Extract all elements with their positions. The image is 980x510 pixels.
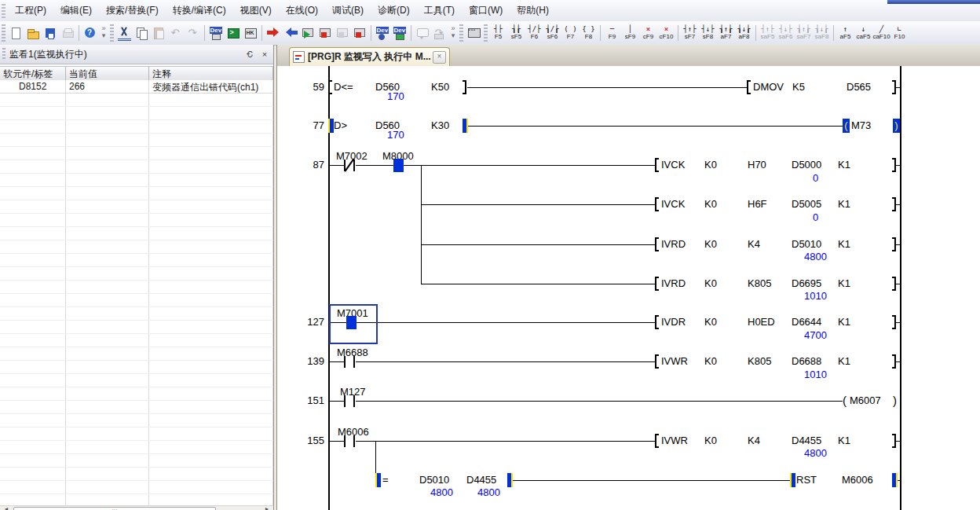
watch-panel-titlebar[interactable]: 监看1(监视执行中) Ꞓ ×	[0, 45, 273, 64]
watch-empty-row[interactable]	[0, 134, 273, 147]
falling-pulse-button[interactable]: ┤↓├sF8	[699, 23, 717, 43]
instruction-text[interactable]: IVRD	[661, 238, 686, 250]
instruction-text[interactable]: H0ED	[748, 316, 775, 328]
contact-bar[interactable]	[344, 435, 346, 447]
watch-empty-row[interactable]	[0, 481, 273, 494]
watch-column-header-3[interactable]: 注释	[149, 67, 273, 80]
watch-empty-row[interactable]	[0, 254, 273, 267]
instruction-text[interactable]: K1	[838, 238, 850, 250]
instruction-text[interactable]: K5	[792, 81, 805, 93]
toolbar-grip[interactable]	[484, 24, 488, 42]
watch-empty-row[interactable]	[0, 120, 273, 134]
watch-empty-row[interactable]	[0, 107, 273, 120]
coil-button[interactable]: ( )F7	[561, 23, 580, 43]
menu-item-4[interactable]: 转换/编译(C)	[166, 1, 233, 20]
instruction-text[interactable]: D4455	[792, 435, 821, 446]
instruction-text[interactable]: RST	[796, 474, 817, 486]
contact-bar[interactable]	[353, 435, 355, 447]
tab-close-icon[interactable]: ×	[433, 51, 446, 64]
watch-empty-row[interactable]	[0, 321, 273, 334]
copy-button[interactable]	[133, 24, 150, 42]
toolbar-overflow-icon[interactable]: »▾	[99, 23, 108, 44]
instruction-text[interactable]: K0	[704, 277, 717, 289]
menu-item-11[interactable]: 帮助(H)	[510, 1, 556, 20]
instruction-text[interactable]: K0	[704, 159, 717, 171]
instruction-text[interactable]: IVWR	[661, 355, 688, 367]
watch-empty-row[interactable]	[0, 294, 273, 307]
instruction-open-bracket[interactable]	[655, 277, 659, 291]
instruction-close-bracket[interactable]	[892, 277, 896, 291]
open-project-button[interactable]	[24, 24, 42, 42]
instruction-text[interactable]: IVCK	[661, 198, 685, 210]
closed-contact-button[interactable]: ┤/├F6	[525, 23, 543, 43]
instruction-text[interactable]: IVWR	[661, 435, 688, 446]
instruction-close-bracket[interactable]	[892, 197, 896, 211]
instruction-text[interactable]: K30	[431, 119, 449, 131]
instruction-text[interactable]: K50	[431, 81, 449, 93]
watch-empty-row[interactable]	[0, 214, 273, 227]
instruction-open-bracket[interactable]	[655, 315, 659, 329]
scroll-left-icon[interactable]: ◄	[1, 506, 12, 510]
instruction-text[interactable]: D4455	[466, 474, 496, 486]
selection-cursor[interactable]	[329, 304, 378, 344]
instruction-text[interactable]: K0	[704, 198, 717, 210]
instruction-text[interactable]: K0	[704, 316, 717, 328]
coil-open-paren[interactable]: (	[843, 119, 850, 133]
monitor-terminal-button[interactable]	[225, 24, 242, 42]
watch-empty-row[interactable]	[0, 200, 273, 214]
instruction-text[interactable]: DMOV	[753, 81, 784, 93]
instruction-text[interactable]: =	[382, 474, 389, 486]
toolbar-grip[interactable]	[2, 24, 5, 42]
delete-horizontal-line-button[interactable]: ×cF9	[639, 23, 657, 43]
menu-item-5[interactable]: 视图(V)	[233, 1, 279, 20]
parallel-closed-contact-button[interactable]: ┧/┟sF6	[543, 23, 561, 43]
watch-empty-row[interactable]	[0, 374, 273, 387]
watch-empty-row[interactable]	[0, 454, 273, 468]
open-contact-button[interactable]: ┤├F5	[489, 23, 507, 43]
read-plc-button[interactable]	[282, 24, 299, 42]
watch-cell-value[interactable]: 266	[66, 80, 149, 93]
watch-empty-row[interactable]	[0, 240, 273, 254]
instruction-close-bracket[interactable]	[892, 315, 896, 329]
close-icon[interactable]: ×	[258, 49, 271, 61]
coil-close-paren[interactable]: )	[893, 394, 897, 407]
toolbar-grip[interactable]	[459, 24, 463, 42]
device-edit-button[interactable]	[391, 24, 408, 42]
instruction-text[interactable]: D6695	[792, 277, 821, 289]
menu-item-1[interactable]: 工程(P)	[8, 1, 53, 20]
instruction-text[interactable]: D5000	[792, 159, 821, 171]
watch-empty-row[interactable]	[0, 427, 273, 441]
parallel-open-contact-button[interactable]: ┧┟sF5	[507, 23, 525, 43]
vertical-line-button[interactable]: │sF9	[621, 23, 639, 43]
watch-empty-row[interactable]	[0, 267, 273, 281]
instruction-text[interactable]: D5005	[792, 198, 821, 210]
watch-column-header-1[interactable]: 软元件/标签	[0, 67, 66, 80]
toolbar-grip[interactable]	[110, 24, 114, 42]
instruction-text[interactable]: D5010	[419, 474, 449, 486]
delete-vertical-line-button[interactable]: ×cF10	[657, 23, 675, 43]
watch-row[interactable]: D8152266变频器通信出错代码(ch1)	[0, 80, 273, 94]
instruction-text[interactable]: IVRD	[661, 277, 686, 289]
menu-item-10[interactable]: 窗口(W)	[462, 1, 510, 20]
ladder-canvas[interactable]: 597787127139151155M7002M8000M7001M6688M1…	[277, 66, 980, 510]
instruction-open-bracket[interactable]	[328, 119, 334, 133]
contact-bar[interactable]	[353, 356, 355, 368]
instruction-text[interactable]: D565	[847, 81, 871, 93]
parallel-falling-pulse-button[interactable]: ┧↓┟aF8	[735, 23, 753, 43]
watch-empty-row[interactable]	[0, 94, 273, 107]
watch-empty-row[interactable]	[0, 361, 273, 374]
instruction-close-bracket[interactable]	[463, 119, 468, 133]
watch-empty-row[interactable]	[0, 160, 273, 174]
instruction-text[interactable]: D6644	[792, 316, 821, 328]
instruction-open-bracket[interactable]	[747, 80, 751, 94]
instruction-text[interactable]: M6006	[842, 474, 873, 486]
device-display-button[interactable]	[207, 24, 225, 42]
edit-mode-button[interactable]	[465, 24, 482, 42]
coil-close-paren[interactable]: )	[893, 119, 900, 133]
watch-empty-row[interactable]	[0, 281, 273, 294]
instruction-text[interactable]: K1	[838, 355, 850, 367]
instruction-text[interactable]: IVDR	[661, 316, 686, 328]
device-batch-button[interactable]	[242, 24, 259, 42]
instruction-text[interactable]: K0	[704, 355, 717, 367]
watch-empty-row[interactable]	[0, 401, 273, 414]
